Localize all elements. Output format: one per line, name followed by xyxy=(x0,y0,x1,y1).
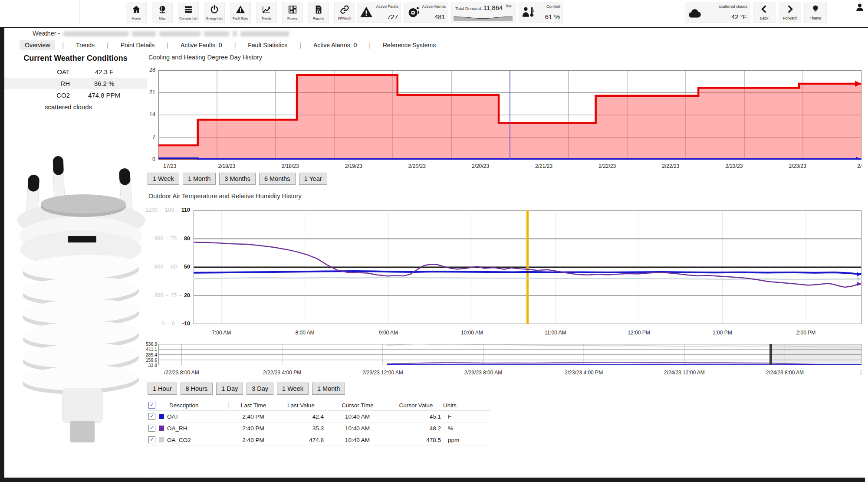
condition-label: OAT xyxy=(4,68,76,75)
toolbar-button-label: Energy List xyxy=(206,16,223,20)
comfort-value: 61 % xyxy=(545,13,560,20)
row-checkbox-cell: ✓ xyxy=(148,413,159,420)
x-tick-label: 1:00 PM xyxy=(713,330,732,336)
total-demand-tile[interactable]: Total Demand: 11,864 kW xyxy=(451,2,516,23)
overview-x-tick-label: 2 xyxy=(860,370,861,376)
range-button-8-hours[interactable]: 8 Hours xyxy=(181,383,213,395)
toolbar-button-fault-stats[interactable]: Fault Stats xyxy=(230,2,251,23)
toolbar-button-label: Reports xyxy=(313,16,324,20)
oat-rh-x-axis: 7:00 AM8:00 AM9:00 AM10:00 AM11:00 AM12:… xyxy=(194,330,861,336)
point-row-oa_co2: ✓OA_CO22:40 PM474.810:40 AM478.5ppm xyxy=(148,434,490,446)
nav-link-overview[interactable]: Overview xyxy=(20,40,55,50)
overview-y-axis: 536.9411.1285.4159.633.8 xyxy=(136,342,157,366)
toolbar-button-reports[interactable]: Reports xyxy=(308,2,329,23)
toolbar-button-map[interactable]: Map xyxy=(152,2,173,23)
outside-weather-tile[interactable]: scattered clouds 42 °F xyxy=(685,2,750,23)
nav-separator: | xyxy=(167,42,168,49)
nav-link-point-details[interactable]: Point Details xyxy=(115,40,160,50)
x-tick-label: 17/23 xyxy=(163,163,176,169)
warning-triangle-icon xyxy=(360,6,373,20)
range-button-1-hour[interactable]: 1 Hour xyxy=(148,383,177,395)
toolbar-button-home[interactable]: Home xyxy=(126,2,147,23)
toolbar-button-label: Rooms xyxy=(287,16,298,20)
oat-rh-chart[interactable] xyxy=(194,210,861,324)
rh-tick-label: 25 xyxy=(171,292,177,298)
forward-button[interactable]: Forward xyxy=(779,2,801,23)
range-button-3-months[interactable]: 3 Months xyxy=(219,173,256,185)
panel-left-border xyxy=(0,27,4,482)
back-label: Back xyxy=(760,16,769,20)
column-header-last-value: Last Value xyxy=(278,402,324,409)
redacted-equipment-name xyxy=(63,31,128,36)
nav-link-active-faults-0[interactable]: Active Faults: 0 xyxy=(175,40,227,50)
range-button-1-day[interactable]: 1 Day xyxy=(216,383,243,395)
series-color-swatch xyxy=(159,426,164,431)
tick-dash: – xyxy=(167,321,170,327)
toolbar-button-kpiworx[interactable]: KPIWorX xyxy=(334,2,355,23)
point-description: OAT xyxy=(167,413,179,420)
toolbar-button-trends[interactable]: Trends xyxy=(256,2,277,23)
active-faults-tile[interactable]: Active Faults 727 xyxy=(357,2,401,23)
history-overview-chart[interactable] xyxy=(158,344,861,365)
x-tick-label: 2/20/23 xyxy=(408,163,426,169)
overview-y-tick-label: 411.1 xyxy=(146,347,158,352)
degree-day-y-axis: 28211470 xyxy=(138,70,155,160)
range-button-1-week[interactable]: 1 Week xyxy=(277,383,309,395)
point-description-cell: OAT xyxy=(159,413,228,420)
point-checkbox[interactable]: ✓ xyxy=(148,436,155,443)
point-checkbox[interactable]: ✓ xyxy=(148,425,155,432)
master-checkbox[interactable]: ✓ xyxy=(148,402,155,409)
nav-link-reference-systems[interactable]: Reference Systems xyxy=(378,40,441,50)
forward-label: Forward xyxy=(783,16,796,20)
tick-dash: – xyxy=(165,236,168,242)
theme-button[interactable]: Theme xyxy=(804,2,827,23)
user-account-icon[interactable] xyxy=(855,3,865,14)
comfort-tile[interactable]: Comfort 61 % xyxy=(519,2,563,23)
point-last-value: 474.8 xyxy=(278,437,324,443)
range-button-1-month[interactable]: 1 Month xyxy=(312,383,345,395)
active-faults-label: Active Faults xyxy=(376,4,398,9)
chevron-left-icon xyxy=(760,4,769,16)
nav-separator: | xyxy=(299,42,301,49)
toolbar-button-rooms[interactable]: Rooms xyxy=(282,2,303,23)
toolbar-divider xyxy=(79,0,79,24)
overview-x-tick-label: 2/24/23 8:00 AM xyxy=(766,370,804,376)
temp-tick-label: -10 xyxy=(182,321,190,327)
toolbar-button-campus-list[interactable]: Campus List xyxy=(178,2,199,23)
range-button-3-day[interactable]: 3 Day xyxy=(247,383,273,395)
nav-link-active-alarms-0[interactable]: Active Alarms: 0 xyxy=(308,40,362,50)
nav-link-trends[interactable]: Trends xyxy=(71,40,100,50)
back-button[interactable]: Back xyxy=(753,2,776,23)
degree-day-chart[interactable] xyxy=(158,70,861,160)
range-button-1-month[interactable]: 1 Month xyxy=(183,173,216,185)
history-range-buttons: 1 Hour8 Hours1 Day3 Day1 Week1 Month xyxy=(148,383,345,395)
range-button-6-months[interactable]: 6 Months xyxy=(259,173,296,185)
condition-row-co2: CO2474.8 PPM xyxy=(4,89,147,101)
range-button-1-week[interactable]: 1 Week xyxy=(148,173,179,185)
active-alarms-tile[interactable]: Active Alarms 481 xyxy=(404,2,448,23)
point-checkbox[interactable]: ✓ xyxy=(148,413,155,420)
nav-separator: | xyxy=(62,42,64,49)
series-color-swatch xyxy=(159,437,164,442)
point-units: % xyxy=(441,425,480,432)
y-tick-label: 14 xyxy=(149,111,155,118)
co2-tick-label: 600 xyxy=(154,264,163,270)
x-tick-label: 2/21/23 xyxy=(535,163,552,169)
co2-tick-label: 900 xyxy=(154,236,163,242)
lightbulb-icon xyxy=(811,4,820,16)
toolbar-right-group: scattered clouds 42 °F Back Forward Them… xyxy=(685,2,827,23)
rh-tick-label: 75 xyxy=(171,236,177,242)
x-tick-label: 9:00 AM xyxy=(379,330,398,336)
overview-x-tick-label: /22/23 8:00 AM xyxy=(164,370,199,376)
point-cursor-time: 10:40 AM xyxy=(324,413,391,420)
total-demand-label: Total Demand: xyxy=(455,6,482,11)
tick-dash: – xyxy=(160,207,163,213)
nav-link-fault-statistics[interactable]: Fault Statistics xyxy=(243,40,293,50)
toolbar-button-energy-list[interactable]: Energy List xyxy=(204,2,225,23)
nav-separator: | xyxy=(107,42,108,49)
x-tick-label: 2:00 PM xyxy=(796,330,815,336)
range-button-1-year[interactable]: 1 Year xyxy=(299,173,327,185)
page-title: Weather - xyxy=(33,30,289,37)
weather-condition-label: scattered clouds xyxy=(719,4,747,9)
active-faults-value: 727 xyxy=(387,13,398,20)
